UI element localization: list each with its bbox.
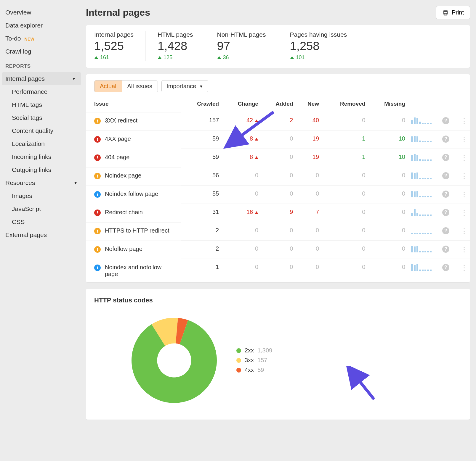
severity-icon: ! xyxy=(94,246,101,253)
more-icon[interactable]: ⋮ xyxy=(461,135,467,143)
actual-tab[interactable]: Actual xyxy=(94,80,122,92)
nav-performance[interactable]: Performance xyxy=(0,85,83,98)
cell-help[interactable]: ? xyxy=(435,204,452,222)
stat-value[interactable]: 97 xyxy=(217,39,266,53)
cell-help[interactable]: ? xyxy=(435,222,452,241)
nav-javascript[interactable]: JavaScript xyxy=(0,202,83,215)
importance-dropdown[interactable]: Importance ▼ xyxy=(161,80,208,92)
more-icon[interactable]: ⋮ xyxy=(461,245,467,253)
nav-overview[interactable]: Overview xyxy=(0,6,83,19)
legend-value: 1,309 xyxy=(257,347,272,354)
issue-name: 3XX redirect xyxy=(105,117,137,124)
nav-outgoing-links[interactable]: Outgoing links xyxy=(0,163,83,176)
cell-actions[interactable]: ⋮ xyxy=(452,167,470,186)
table-row[interactable]: !404 page 59 8 0 19 1 10 ? ⋮ xyxy=(86,149,470,167)
cell-actions[interactable]: ⋮ xyxy=(452,186,470,204)
nav-resources[interactable]: Resources ▼ xyxy=(0,176,83,189)
table-row[interactable]: !Redirect chain 31 16 9 7 0 0 ? ⋮ xyxy=(86,204,470,222)
legend-dot-icon xyxy=(236,348,241,353)
more-icon[interactable]: ⋮ xyxy=(461,209,467,217)
all-issues-tab[interactable]: All issues xyxy=(122,80,158,92)
cell-actions[interactable]: ⋮ xyxy=(452,259,470,282)
nav-html-tags[interactable]: HTML tags xyxy=(0,98,83,111)
col-issue[interactable]: Issue xyxy=(86,97,181,112)
more-icon[interactable]: ⋮ xyxy=(461,264,467,272)
table-row[interactable]: !HTTPS to HTTP redirect 2 0 0 0 0 0 ? ⋮ xyxy=(86,222,470,241)
more-icon[interactable]: ⋮ xyxy=(461,172,467,180)
nav-data-explorer[interactable]: Data explorer xyxy=(0,19,83,32)
legend-label: 3xx xyxy=(245,357,254,364)
table-row[interactable]: iNoindex follow page 55 0 0 0 0 0 ? ⋮ xyxy=(86,186,470,204)
col-missing[interactable]: Missing xyxy=(368,97,408,112)
nav-internal-pages[interactable]: Internal pages ▼ xyxy=(2,72,81,85)
legend-item[interactable]: 3xx 157 xyxy=(236,357,272,364)
cell-help[interactable]: ? xyxy=(435,167,452,186)
table-row[interactable]: !4XX page 59 8 0 19 1 10 ? ⋮ xyxy=(86,130,470,149)
nav-localization[interactable]: Localization xyxy=(0,137,83,150)
sparkline-icon xyxy=(411,209,432,216)
legend-item[interactable]: 4xx 59 xyxy=(236,367,272,373)
cell-help[interactable]: ? xyxy=(435,241,452,259)
nav-social-tags[interactable]: Social tags xyxy=(0,111,83,124)
help-icon[interactable]: ? xyxy=(442,191,449,198)
col-new[interactable]: New xyxy=(296,97,322,112)
page-title: Internal pages xyxy=(86,7,150,18)
help-icon[interactable]: ? xyxy=(442,117,449,124)
help-icon[interactable]: ? xyxy=(442,209,449,216)
triangle-up-icon xyxy=(255,156,258,159)
cell-new: 0 xyxy=(296,167,322,186)
nav-images[interactable]: Images xyxy=(0,189,83,202)
stat-value[interactable]: 1,258 xyxy=(290,39,347,53)
help-icon[interactable]: ? xyxy=(442,172,449,179)
more-icon[interactable]: ⋮ xyxy=(461,117,467,125)
cell-help[interactable]: ? xyxy=(435,186,452,204)
issue-name: Noindex page xyxy=(105,172,141,179)
help-icon[interactable]: ? xyxy=(442,246,449,253)
help-icon[interactable]: ? xyxy=(442,264,449,271)
print-button[interactable]: Print xyxy=(436,6,470,19)
nav-content-quality[interactable]: Content quality xyxy=(0,124,83,137)
help-icon[interactable]: ? xyxy=(442,154,449,161)
cell-actions[interactable]: ⋮ xyxy=(452,222,470,241)
help-icon[interactable]: ? xyxy=(442,227,449,234)
cell-actions[interactable]: ⋮ xyxy=(452,204,470,222)
more-icon[interactable]: ⋮ xyxy=(461,190,467,198)
cell-actions[interactable]: ⋮ xyxy=(452,130,470,149)
severity-icon: ! xyxy=(94,173,101,179)
cell-actions[interactable]: ⋮ xyxy=(452,112,470,130)
table-row[interactable]: !3XX redirect 157 42 2 40 0 0 ? ⋮ xyxy=(86,112,470,130)
nav-todo[interactable]: To-do NEW xyxy=(0,32,83,45)
col-added[interactable]: Added xyxy=(261,97,296,112)
cell-missing: 0 xyxy=(368,112,408,130)
cell-change: 42 xyxy=(222,112,261,130)
nav-incoming-links[interactable]: Incoming links xyxy=(0,150,83,163)
nav-css[interactable]: CSS xyxy=(0,215,83,228)
col-removed[interactable]: Removed xyxy=(322,97,368,112)
more-icon[interactable]: ⋮ xyxy=(461,227,467,235)
cell-help[interactable]: ? xyxy=(435,112,452,130)
cell-added: 0 xyxy=(261,167,296,186)
stat-value[interactable]: 1,428 xyxy=(158,39,193,53)
stat-value[interactable]: 1,525 xyxy=(94,39,134,53)
col-change[interactable]: Change xyxy=(222,97,261,112)
cell-new: 0 xyxy=(296,222,322,241)
cell-added: 0 xyxy=(261,130,296,149)
donut-chart[interactable] xyxy=(127,313,222,408)
more-icon[interactable]: ⋮ xyxy=(461,154,467,162)
help-icon[interactable]: ? xyxy=(442,136,449,143)
cell-help[interactable]: ? xyxy=(435,149,452,167)
cell-actions[interactable]: ⋮ xyxy=(452,149,470,167)
nav-crawl-log[interactable]: Crawl log xyxy=(0,45,83,58)
nav-external-pages[interactable]: External pages xyxy=(0,228,83,241)
issue-name: Nofollow page xyxy=(105,246,142,252)
cell-help[interactable]: ? xyxy=(435,259,452,282)
table-row[interactable]: iNoindex and nofollow page 1 0 0 0 0 0 ?… xyxy=(86,259,470,282)
cell-sparkline xyxy=(408,204,435,222)
table-row[interactable]: !Nofollow page 2 0 0 0 0 0 ? ⋮ xyxy=(86,241,470,259)
cell-actions[interactable]: ⋮ xyxy=(452,241,470,259)
col-crawled[interactable]: Crawled xyxy=(181,97,222,112)
cell-help[interactable]: ? xyxy=(435,130,452,149)
cell-crawled: 59 xyxy=(181,149,222,167)
legend-item[interactable]: 2xx 1,309 xyxy=(236,347,272,354)
table-row[interactable]: !Noindex page 56 0 0 0 0 0 ? ⋮ xyxy=(86,167,470,186)
